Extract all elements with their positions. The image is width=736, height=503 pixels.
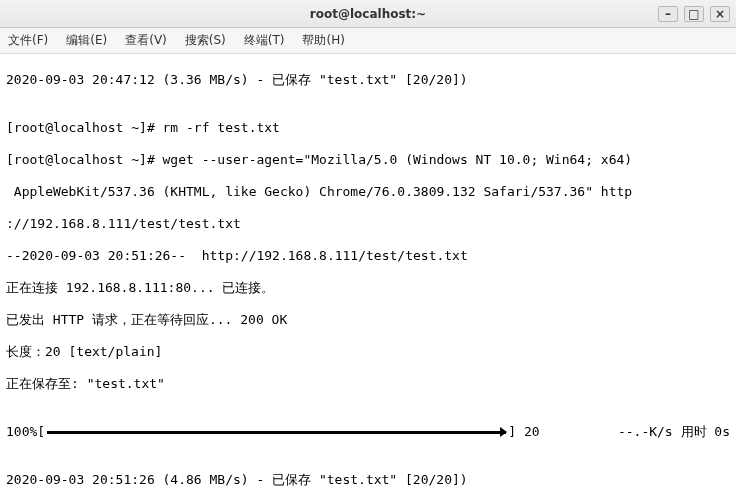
output-line: 已发出 HTTP 请求，正在等待回应... 200 OK [6, 312, 730, 328]
maximize-button[interactable]: □ [684, 6, 704, 22]
titlebar: root@localhost:~ – □ × [0, 0, 736, 28]
output-line: ://192.168.8.111/test/test.txt [6, 216, 730, 232]
window-controls: – □ × [658, 6, 730, 22]
menu-view[interactable]: 查看(V) [123, 30, 169, 51]
output-line: 2020-09-03 20:47:12 (3.36 MB/s) - 已保存 "t… [6, 72, 730, 88]
output-line: AppleWebKit/537.36 (KHTML, like Gecko) C… [6, 184, 730, 200]
terminal-output[interactable]: 2020-09-03 20:47:12 (3.36 MB/s) - 已保存 "t… [0, 54, 736, 503]
progress-bar [47, 431, 506, 434]
progress-percent: 100% [6, 424, 37, 440]
menu-help[interactable]: 帮助(H) [300, 30, 346, 51]
menu-file[interactable]: 文件(F) [6, 30, 50, 51]
menu-terminal[interactable]: 终端(T) [242, 30, 287, 51]
output-line: 正在保存至: "test.txt" [6, 376, 730, 392]
menu-search[interactable]: 搜索(S) [183, 30, 228, 51]
output-line: --2020-09-03 20:51:26-- http://192.168.8… [6, 248, 730, 264]
output-line: [root@localhost ~]# rm -rf test.txt [6, 120, 730, 136]
minimize-button[interactable]: – [658, 6, 678, 22]
close-button[interactable]: × [710, 6, 730, 22]
menu-edit[interactable]: 编辑(E) [64, 30, 109, 51]
window-title: root@localhost:~ [310, 7, 426, 21]
output-line: 长度：20 [text/plain] [6, 344, 730, 360]
output-line: [root@localhost ~]# wget --user-agent="M… [6, 152, 730, 168]
menubar: 文件(F) 编辑(E) 查看(V) 搜索(S) 终端(T) 帮助(H) [0, 28, 736, 54]
output-line: 2020-09-03 20:51:26 (4.86 MB/s) - 已保存 "t… [6, 472, 730, 488]
progress-line: 100% [ ] 20 --.-K/s 用时 0s [6, 424, 730, 440]
progress-stats: 20 --.-K/s 用时 0s [516, 424, 730, 440]
output-line: 正在连接 192.168.8.111:80... 已连接。 [6, 280, 730, 296]
